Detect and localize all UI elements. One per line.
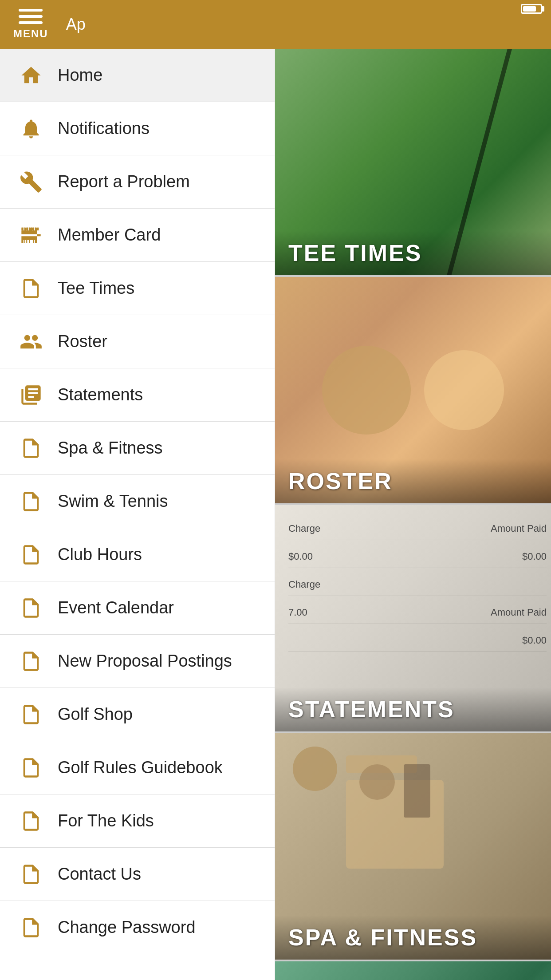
sidebar-label-golf-rules: Golf Rules Guidebook (58, 758, 223, 777)
sidebar-item-roster[interactable]: Roster (0, 315, 275, 368)
statement-preview: Charge Amount Paid $0.00 $0.00 Charge 7.… (288, 523, 547, 663)
tile-statements[interactable]: Charge Amount Paid $0.00 $0.00 Charge 7.… (275, 505, 551, 731)
sidebar-label-swim-tennis: Swim & Tennis (58, 492, 168, 511)
sidebar-item-home[interactable]: Home (0, 49, 275, 102)
svg-rect-0 (21, 227, 23, 230)
header-title: Ap (66, 15, 86, 34)
sidebar-item-notifications[interactable]: Notifications (0, 102, 275, 155)
tile-spa[interactable]: SPA & FITNESS (275, 733, 551, 960)
sidebar-label-report-problem: Report a Problem (58, 172, 190, 191)
document-icon-swim (18, 488, 44, 515)
main-layout: Home Notifications Report a Problem (0, 49, 551, 980)
home-icon (18, 62, 44, 89)
tile-roster-label-text: ROSTER (288, 468, 393, 494)
sidebar-item-golf-rules[interactable]: Golf Rules Guidebook (0, 741, 275, 794)
status-bar (0, 0, 551, 18)
tile-roster[interactable]: ROSTER (275, 277, 551, 503)
tile-statements-label-text: STATEMENTS (288, 696, 455, 722)
sidebar-item-contact-us[interactable]: Contact Us (0, 848, 275, 901)
sidebar-label-notifications: Notifications (58, 119, 150, 138)
sidebar: Home Notifications Report a Problem (0, 49, 275, 980)
document-icon-password (18, 914, 44, 941)
sidebar-item-for-kids[interactable]: For The Kids (0, 794, 275, 848)
tile-spa-label-area: SPA & FITNESS (275, 915, 551, 960)
document-icon-spa (18, 435, 44, 462)
tile-tee-times[interactable]: TEE TIMES (275, 49, 551, 275)
svg-rect-1 (24, 227, 25, 230)
sidebar-label-club-hours: Club Hours (58, 545, 142, 564)
sidebar-item-event-calendar[interactable]: Event Calendar (0, 581, 275, 635)
sidebar-item-new-proposal[interactable]: New Proposal Postings (0, 635, 275, 688)
svg-rect-2 (26, 227, 28, 230)
document-icon-event (18, 595, 44, 621)
document-icon-proposal (18, 648, 44, 675)
sidebar-item-change-password[interactable]: Change Password (0, 901, 275, 954)
person-icon (18, 328, 44, 355)
tile-swim[interactable]: SWIM & TENNIS (275, 961, 551, 980)
sidebar-label-golf-shop: Golf Shop (58, 705, 133, 724)
sidebar-item-report-problem[interactable]: Report a Problem (0, 155, 275, 209)
sidebar-label-event-calendar: Event Calendar (58, 598, 174, 617)
sidebar-label-tee-times: Tee Times (58, 279, 134, 298)
sidebar-label-new-proposal: New Proposal Postings (58, 652, 232, 671)
sidebar-item-swim-tennis[interactable]: Swim & Tennis (0, 475, 275, 528)
sidebar-label-member-card: Member Card (58, 225, 161, 245)
barcode-icon (18, 222, 44, 249)
content-panel: TEE TIMES ROSTER Charge Amount Paid (275, 49, 551, 980)
sidebar-label-home: Home (58, 66, 102, 85)
list-icon (18, 382, 44, 408)
document-icon-golf-shop (18, 701, 44, 728)
sidebar-label-contact-us: Contact Us (58, 865, 141, 884)
sidebar-label-roster: Roster (58, 332, 107, 351)
sidebar-item-member-card[interactable]: Member Card (0, 209, 275, 262)
bell-icon (18, 115, 44, 142)
svg-rect-5 (35, 227, 36, 230)
sidebar-item-golf-shop[interactable]: Golf Shop (0, 688, 275, 741)
document-icon-golf-rules (18, 755, 44, 781)
menu-label: MENU (13, 28, 48, 40)
svg-rect-6 (37, 227, 39, 230)
tile-statements-label-area: STATEMENTS (275, 687, 551, 731)
tile-tee-label-text: TEE TIMES (288, 240, 422, 266)
svg-rect-3 (29, 227, 30, 230)
document-icon-tee (18, 275, 44, 302)
battery-indicator (521, 4, 542, 14)
sidebar-label-spa-fitness: Spa & Fitness (58, 439, 163, 458)
svg-rect-4 (31, 227, 34, 230)
tile-tee-label-area: TEE TIMES (275, 231, 551, 275)
sidebar-label-for-kids: For The Kids (58, 811, 154, 830)
wrench-icon (18, 169, 44, 195)
sidebar-item-statements[interactable]: Statements (0, 368, 275, 422)
sidebar-item-club-hours[interactable]: Club Hours (0, 528, 275, 581)
document-icon-contact (18, 861, 44, 888)
document-icon-kids (18, 808, 44, 834)
sidebar-label-statements: Statements (58, 385, 143, 404)
sidebar-item-tee-times[interactable]: Tee Times (0, 262, 275, 315)
sidebar-item-spa-fitness[interactable]: Spa & Fitness (0, 422, 275, 475)
tile-roster-label-area: ROSTER (275, 459, 551, 503)
sidebar-label-change-password: Change Password (58, 918, 196, 937)
document-icon-club-hours (18, 541, 44, 568)
tile-spa-label-text: SPA & FITNESS (288, 925, 477, 950)
